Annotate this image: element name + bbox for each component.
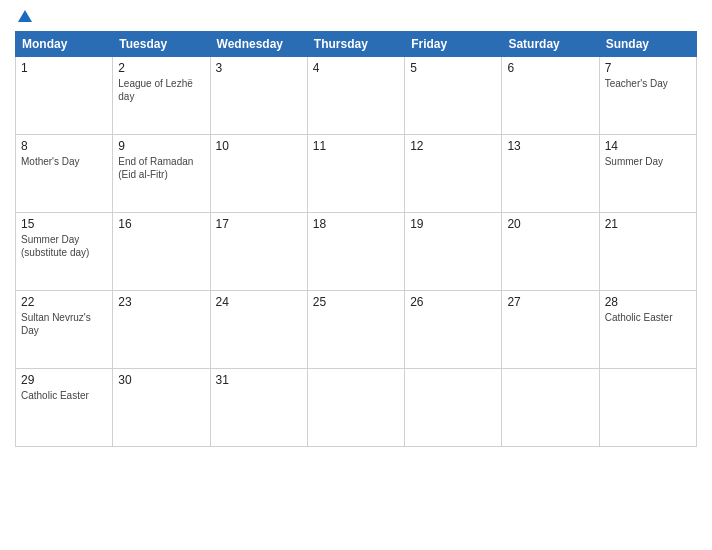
calendar-cell: 11 — [307, 135, 404, 213]
calendar-cell — [405, 369, 502, 447]
calendar-cell: 9End of Ramadan (Eid al-Fitr) — [113, 135, 210, 213]
col-header-friday: Friday — [405, 32, 502, 57]
day-number: 21 — [605, 217, 691, 231]
day-number: 31 — [216, 373, 302, 387]
calendar-table: MondayTuesdayWednesdayThursdayFridaySatu… — [15, 31, 697, 447]
day-number: 24 — [216, 295, 302, 309]
day-number: 1 — [21, 61, 107, 75]
col-header-tuesday: Tuesday — [113, 32, 210, 57]
calendar-cell: 14Summer Day — [599, 135, 696, 213]
logo-triangle-icon — [18, 10, 32, 22]
day-number: 14 — [605, 139, 691, 153]
day-number: 11 — [313, 139, 399, 153]
day-number: 8 — [21, 139, 107, 153]
day-number: 15 — [21, 217, 107, 231]
col-header-wednesday: Wednesday — [210, 32, 307, 57]
calendar-cell: 4 — [307, 57, 404, 135]
calendar-cell: 18 — [307, 213, 404, 291]
col-header-sunday: Sunday — [599, 32, 696, 57]
day-number: 17 — [216, 217, 302, 231]
day-number: 12 — [410, 139, 496, 153]
day-number: 25 — [313, 295, 399, 309]
event-label: Teacher's Day — [605, 78, 668, 89]
logo — [15, 10, 32, 23]
event-label: League of Lezhë day — [118, 78, 193, 102]
calendar-cell: 31 — [210, 369, 307, 447]
day-number: 6 — [507, 61, 593, 75]
header — [15, 10, 697, 23]
event-label: Summer Day — [605, 156, 663, 167]
day-number: 2 — [118, 61, 204, 75]
day-number: 18 — [313, 217, 399, 231]
day-number: 23 — [118, 295, 204, 309]
day-number: 10 — [216, 139, 302, 153]
calendar-cell: 10 — [210, 135, 307, 213]
logo-blue-text — [15, 10, 32, 23]
day-number: 30 — [118, 373, 204, 387]
event-label: Summer Day (substitute day) — [21, 234, 89, 258]
calendar-page: MondayTuesdayWednesdayThursdayFridaySatu… — [0, 0, 712, 550]
day-number: 16 — [118, 217, 204, 231]
calendar-cell: 20 — [502, 213, 599, 291]
calendar-cell: 27 — [502, 291, 599, 369]
calendar-cell: 1 — [16, 57, 113, 135]
col-header-monday: Monday — [16, 32, 113, 57]
calendar-cell: 12 — [405, 135, 502, 213]
col-header-saturday: Saturday — [502, 32, 599, 57]
calendar-cell — [307, 369, 404, 447]
day-number: 20 — [507, 217, 593, 231]
day-number: 19 — [410, 217, 496, 231]
calendar-week-row: 8Mother's Day9End of Ramadan (Eid al-Fit… — [16, 135, 697, 213]
calendar-cell: 29Catholic Easter — [16, 369, 113, 447]
day-number: 3 — [216, 61, 302, 75]
day-number: 4 — [313, 61, 399, 75]
calendar-cell: 26 — [405, 291, 502, 369]
day-number: 13 — [507, 139, 593, 153]
calendar-cell: 24 — [210, 291, 307, 369]
day-number: 9 — [118, 139, 204, 153]
calendar-cell: 22Sultan Nevruz's Day — [16, 291, 113, 369]
calendar-week-row: 15Summer Day (substitute day)16171819202… — [16, 213, 697, 291]
calendar-cell: 8Mother's Day — [16, 135, 113, 213]
calendar-cell: 6 — [502, 57, 599, 135]
calendar-cell: 28Catholic Easter — [599, 291, 696, 369]
calendar-cell: 7Teacher's Day — [599, 57, 696, 135]
day-number: 28 — [605, 295, 691, 309]
calendar-cell: 25 — [307, 291, 404, 369]
calendar-cell: 21 — [599, 213, 696, 291]
calendar-cell: 13 — [502, 135, 599, 213]
calendar-week-row: 29Catholic Easter3031 — [16, 369, 697, 447]
event-label: Catholic Easter — [21, 390, 89, 401]
day-number: 7 — [605, 61, 691, 75]
event-label: Catholic Easter — [605, 312, 673, 323]
calendar-week-row: 22Sultan Nevruz's Day232425262728Catholi… — [16, 291, 697, 369]
calendar-cell: 17 — [210, 213, 307, 291]
calendar-cell: 16 — [113, 213, 210, 291]
calendar-cell: 19 — [405, 213, 502, 291]
calendar-week-row: 12League of Lezhë day34567Teacher's Day — [16, 57, 697, 135]
col-header-thursday: Thursday — [307, 32, 404, 57]
calendar-cell: 23 — [113, 291, 210, 369]
calendar-cell: 2League of Lezhë day — [113, 57, 210, 135]
event-label: Sultan Nevruz's Day — [21, 312, 91, 336]
calendar-header-row: MondayTuesdayWednesdayThursdayFridaySatu… — [16, 32, 697, 57]
calendar-cell — [599, 369, 696, 447]
calendar-cell — [502, 369, 599, 447]
day-number: 26 — [410, 295, 496, 309]
calendar-cell: 5 — [405, 57, 502, 135]
calendar-cell: 15Summer Day (substitute day) — [16, 213, 113, 291]
calendar-cell: 30 — [113, 369, 210, 447]
day-number: 27 — [507, 295, 593, 309]
day-number: 5 — [410, 61, 496, 75]
calendar-cell: 3 — [210, 57, 307, 135]
day-number: 22 — [21, 295, 107, 309]
event-label: End of Ramadan (Eid al-Fitr) — [118, 156, 193, 180]
event-label: Mother's Day — [21, 156, 80, 167]
day-number: 29 — [21, 373, 107, 387]
